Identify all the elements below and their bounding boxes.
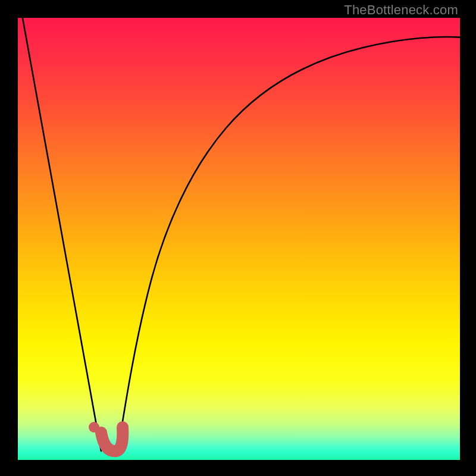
watermark-text: TheBottleneck.com [344, 2, 458, 18]
chart-frame: TheBottleneck.com [0, 0, 476, 476]
curve-layer [18, 18, 460, 460]
highlight-hook [101, 427, 123, 451]
left-line [22, 18, 101, 451]
plot-area [18, 18, 460, 460]
right-curve [118, 37, 460, 451]
